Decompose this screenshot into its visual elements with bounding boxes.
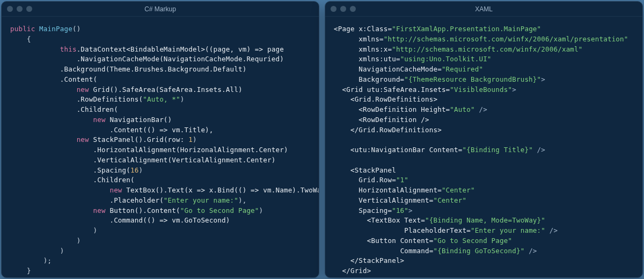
- val-xclass: "FirstXamlApp.Presentation.MainPage": [392, 25, 541, 33]
- tag-textbox: <TextBox: [367, 216, 400, 224]
- val-xmlns: "http://schemas.microsoft.com/winfx/2006…: [384, 35, 628, 43]
- traffic-lights: [7, 6, 32, 12]
- call-textbox: TextBox().Text(x => x.Bind(() => vm.Name…: [126, 186, 319, 194]
- call-content: .Content(: [60, 75, 98, 83]
- selfclose-4: />: [524, 247, 537, 255]
- selfclose-1: />: [475, 105, 487, 113]
- traffic-minimize-icon[interactable]: [340, 6, 346, 12]
- call-navbar: NavigationBar(): [109, 116, 172, 124]
- traffic-zoom-icon[interactable]: [26, 6, 32, 12]
- traffic-lights-right: [331, 6, 356, 12]
- string-rowdefs: "Auto, *": [143, 95, 180, 103]
- brace-open: {: [27, 35, 31, 43]
- close-tag-1: >: [541, 75, 545, 83]
- close-placeholder: ),: [238, 196, 246, 204]
- call-datacontext: .DataContext<BindableMainModel>((page, v…: [77, 45, 284, 53]
- call-children-2: .Children(: [93, 176, 135, 184]
- val-xmlnsutu: "using:Uno.Toolkit.UI": [400, 55, 492, 63]
- tag-rowdefs-close: </Grid.RowDefinitions>: [350, 126, 442, 134]
- val-ph: "Enter your name:": [471, 226, 545, 234]
- close-tag-2: >: [512, 85, 516, 94]
- val-text: "{Binding Name, Mode=TwoWay}": [425, 216, 545, 224]
- end-semi: );: [43, 256, 52, 264]
- val-content: "{Binding Title}": [463, 146, 533, 154]
- call-valign: .VerticalAlignment(VerticalAlignment.Cen…: [93, 156, 276, 164]
- attr-bg: Background=: [358, 75, 404, 83]
- val-xmlnsx: "http://schemas.microsoft.com/winfx/2006…: [392, 45, 582, 53]
- close-paren-4: ): [259, 206, 264, 214]
- code-block-csharp[interactable]: public MainPage() { this.DataContext<Bin…: [2, 17, 319, 277]
- number-sixteen: 16: [130, 166, 138, 174]
- call-placeholder: .Placeholder(: [109, 196, 163, 204]
- keyword-new-5: new: [93, 206, 106, 214]
- traffic-close-icon[interactable]: [331, 6, 336, 12]
- tag-rowdef2: <RowDefinition />: [358, 116, 429, 124]
- tag-page-close: </Page>: [334, 277, 363, 277]
- attr-xmlns: xmlns=: [358, 35, 383, 43]
- attr-btncontent: Content=: [400, 237, 434, 245]
- val-halign: "Center": [442, 186, 475, 194]
- tag-stack-close: </StackPanel>: [350, 256, 404, 264]
- paren-empty: (): [72, 25, 80, 33]
- tag-stack-open: <StackPanel: [350, 166, 396, 174]
- val-navcache: "Required": [442, 65, 483, 73]
- close-paren-7: ): [60, 247, 64, 255]
- attr-xmlnsx: xmlns:x=: [358, 45, 392, 53]
- val-valign: "Center": [433, 196, 466, 204]
- code-window-csharp: C# Markup public MainPage() { this.DataC…: [1, 1, 319, 278]
- call-command: .Command(() => vm.GoToSecond): [109, 216, 230, 224]
- brace-close-1: }: [27, 267, 31, 275]
- brace-close-2: }: [10, 277, 14, 277]
- call-halign: .HorizontalAlignment(HorizonalAlignment.…: [93, 146, 288, 154]
- val-height: "Auto": [450, 105, 474, 113]
- val-cmd: "{Binding GoToSecond}": [433, 247, 524, 255]
- val-safe: "VisibleBounds": [450, 85, 512, 94]
- code-block-xaml[interactable]: <Page x:Class="FirstXamlApp.Presentation…: [325, 17, 642, 277]
- tag-button: <Button: [367, 237, 396, 245]
- selfclose-3: />: [545, 226, 558, 234]
- close-paren-6: ): [77, 237, 81, 245]
- window-title-left: C# Markup: [2, 5, 319, 13]
- val-gridrow: "1": [396, 176, 408, 184]
- call-background: .Background(Theme.Brushes.Background.Def…: [60, 65, 247, 73]
- string-button: "Go to Second Page": [180, 206, 259, 214]
- close-paren-2: ): [193, 135, 197, 144]
- call-navcache: .NavigationCacheMode(NavigationCacheMode…: [77, 55, 284, 63]
- tag-grid-open: <Grid: [342, 85, 363, 94]
- number-one: 1: [188, 135, 193, 144]
- call-button: Button().Content(: [109, 206, 180, 214]
- close-paren-3: ): [139, 166, 143, 174]
- call-children: .Children(: [77, 105, 118, 113]
- selfclose-2: />: [533, 146, 545, 154]
- keyword-this: this: [60, 45, 77, 53]
- attr-valign: VerticalAlignment=: [358, 196, 433, 204]
- keyword-new-4: new: [109, 186, 122, 194]
- string-placeholder: "Enter your name:": [164, 196, 238, 204]
- traffic-close-icon[interactable]: [7, 6, 13, 12]
- attr-safe: utu:SafeArea.Insets=: [367, 85, 450, 94]
- val-btncontent: "Go to Second Page": [433, 237, 512, 245]
- attr-ph: PlaceholderText=: [404, 226, 471, 234]
- attr-content: Content=: [429, 146, 463, 154]
- tag-grid-close: </Grid>: [342, 267, 371, 275]
- close-paren-5: ): [93, 226, 98, 234]
- keyword-new-3: new: [77, 135, 89, 144]
- val-spacing: "16": [392, 206, 408, 214]
- attr-xmlnsutu: xmlns:utu=: [358, 55, 400, 63]
- window-title-right: XAML: [325, 5, 642, 13]
- tag-rowdefs-open: <Grid.RowDefinitions>: [350, 95, 437, 103]
- attr-height: Height=: [421, 105, 450, 113]
- traffic-minimize-icon[interactable]: [17, 6, 23, 12]
- call-rowdefs: .RowDefinitions(: [77, 95, 143, 103]
- call-stackpanel: StackPanel().Grid(row:: [93, 135, 189, 144]
- attr-cmd: Command=: [400, 247, 434, 255]
- close-tag-3: >: [408, 206, 413, 214]
- keyword-new: new: [77, 85, 89, 94]
- attr-halign: HorizontalAlignment=: [358, 186, 442, 194]
- tag-page-open: <Page: [334, 25, 355, 33]
- tag-navbar: <utu:NavigationBar: [350, 146, 425, 154]
- traffic-zoom-icon[interactable]: [350, 6, 356, 12]
- attr-gridrow: Grid.Row=: [358, 176, 396, 184]
- tag-rowdef1: <RowDefinition: [358, 105, 416, 113]
- attr-xclass: x:Class=: [358, 25, 392, 33]
